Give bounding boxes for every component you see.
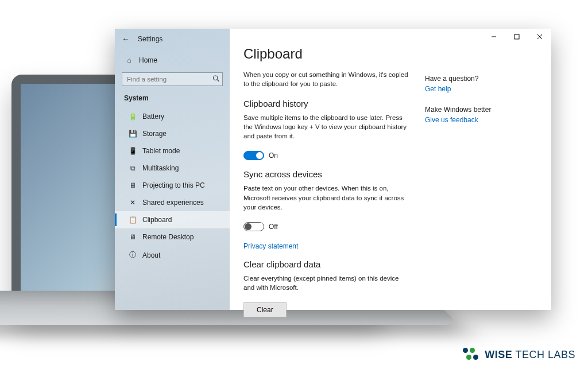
feedback-link[interactable]: Give us feedback xyxy=(425,116,513,124)
tablet-mode-icon: 📱 xyxy=(129,147,137,155)
privacy-link[interactable]: Privacy statement xyxy=(243,242,298,250)
storage-icon: 💾 xyxy=(129,130,137,138)
back-arrow-icon[interactable]: ← xyxy=(122,34,130,44)
maximize-button[interactable] xyxy=(505,29,528,45)
clear-desc: Clear everything (except pinned items) o… xyxy=(243,274,411,292)
sidebar-item-label: Remote Desktop xyxy=(142,233,194,241)
sidebar-item-tablet-mode[interactable]: 📱Tablet mode xyxy=(115,142,230,160)
sidebar-item-label: Storage xyxy=(142,130,167,138)
titlebar-controls xyxy=(482,29,551,45)
search-icon xyxy=(212,75,219,84)
content-area: Clipboard When you copy or cut something… xyxy=(230,29,551,310)
sidebar-category: System xyxy=(115,94,230,104)
sidebar-item-battery[interactable]: 🔋Battery xyxy=(115,108,230,125)
improve-heading: Make Windows better xyxy=(425,106,513,114)
svg-line-1 xyxy=(217,80,219,81)
sidebar-item-label: About xyxy=(142,251,160,259)
page-intro: When you copy or cut something in Window… xyxy=(243,70,411,88)
sidebar-home[interactable]: ⌂ Home xyxy=(115,52,230,69)
brand-text: WISE TECH LABS xyxy=(485,349,575,361)
sidebar-nav-list: 🔋Battery💾Storage📱Tablet mode⧉Multitaskin… xyxy=(115,108,230,265)
about-icon: ⓘ xyxy=(129,250,137,260)
close-button[interactable] xyxy=(528,29,551,45)
sync-desc: Paste text on your other devices. When t… xyxy=(243,184,411,211)
shared-experiences-icon: ✕ xyxy=(129,199,137,207)
clipboard-history-desc: Save multiple items to the clipboard to … xyxy=(243,113,411,141)
main-panel: Clipboard When you copy or cut something… xyxy=(230,29,425,310)
sidebar-item-label: Tablet mode xyxy=(142,147,180,155)
sidebar-item-multitasking[interactable]: ⧉Multitasking xyxy=(115,160,230,177)
clipboard-history-toggle[interactable] xyxy=(243,151,264,160)
settings-window: ← Settings ⌂ Home System 🔋Battery💾Storag… xyxy=(115,29,551,310)
clear-button[interactable]: Clear xyxy=(243,302,287,317)
page-title: Clipboard xyxy=(243,46,411,62)
app-title: Settings xyxy=(138,35,163,43)
brand-watermark: WISE TECH LABS xyxy=(462,347,575,363)
clipboard-icon: 📋 xyxy=(129,216,137,224)
sidebar-item-about[interactable]: ⓘAbout xyxy=(115,246,230,265)
svg-point-0 xyxy=(214,76,218,80)
sidebar-item-label: Battery xyxy=(142,112,164,121)
battery-icon: 🔋 xyxy=(129,112,137,121)
sidebar-home-label: Home xyxy=(139,56,157,64)
remote-desktop-icon: 🖥 xyxy=(129,233,137,241)
sidebar-item-label: Projecting to this PC xyxy=(142,181,205,189)
svg-rect-3 xyxy=(514,34,519,39)
minimize-button[interactable] xyxy=(482,29,505,45)
search-input[interactable] xyxy=(122,72,223,86)
sidebar-item-clipboard[interactable]: 📋Clipboard xyxy=(115,211,230,228)
sidebar-item-projecting-to-this-pc[interactable]: 🖥Projecting to this PC xyxy=(115,177,230,194)
sidebar-item-label: Clipboard xyxy=(142,216,172,224)
multitasking-icon: ⧉ xyxy=(129,164,137,172)
side-panel: Have a question? Get help Make Windows b… xyxy=(425,29,523,310)
clear-heading: Clear clipboard data xyxy=(243,259,411,269)
get-help-link[interactable]: Get help xyxy=(425,85,513,93)
sidebar-item-storage[interactable]: 💾Storage xyxy=(115,125,230,142)
brand-logo-icon xyxy=(462,347,480,363)
sidebar: ← Settings ⌂ Home System 🔋Battery💾Storag… xyxy=(115,29,230,310)
question-heading: Have a question? xyxy=(425,75,513,83)
sidebar-item-remote-desktop[interactable]: 🖥Remote Desktop xyxy=(115,228,230,246)
sync-state: Off xyxy=(269,223,278,231)
sync-heading: Sync across devices xyxy=(243,169,411,179)
sidebar-item-shared-experiences[interactable]: ✕Shared experiences xyxy=(115,194,230,211)
projecting-to-this-pc-icon: 🖥 xyxy=(129,181,137,189)
clipboard-history-state: On xyxy=(269,151,278,160)
clipboard-history-heading: Clipboard history xyxy=(243,99,411,108)
sync-toggle[interactable] xyxy=(243,222,264,231)
sidebar-item-label: Multitasking xyxy=(142,164,179,172)
home-icon: ⌂ xyxy=(125,56,133,64)
search-wrap xyxy=(122,72,223,86)
sidebar-item-label: Shared experiences xyxy=(142,199,204,207)
